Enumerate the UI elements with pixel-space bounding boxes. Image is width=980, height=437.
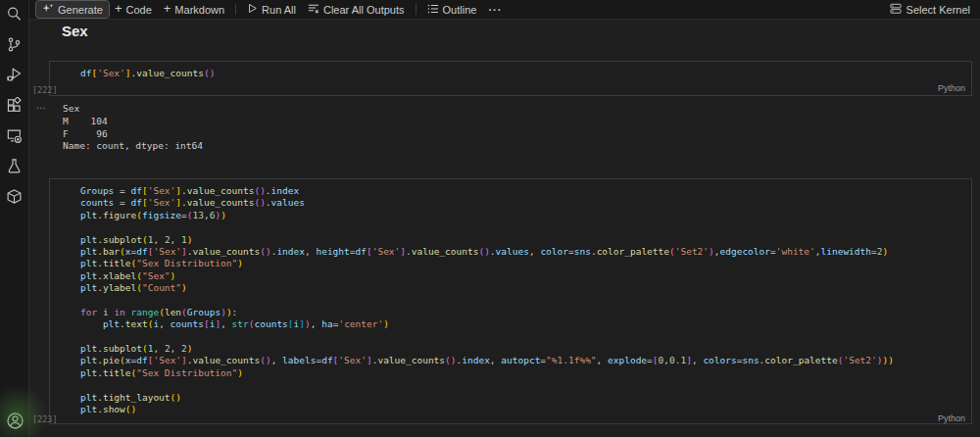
toolbar-separator bbox=[416, 4, 416, 15]
code-editor-2[interactable]: Groups = df['Sex'].value_counts().indexc… bbox=[50, 179, 971, 415]
execution-count-2: [223] bbox=[32, 414, 58, 424]
toolbar-separator bbox=[235, 4, 236, 15]
play-icon bbox=[247, 3, 258, 16]
activity-bar bbox=[0, 0, 29, 437]
code-cell-1: df['Sex'].value_counts() bbox=[49, 61, 972, 96]
more-actions-button[interactable]: ··· bbox=[482, 1, 508, 18]
code-editor-1[interactable]: df['Sex'].value_counts() bbox=[50, 62, 971, 79]
run-all-label: Run All bbox=[262, 4, 296, 16]
add-markdown-label: Markdown bbox=[174, 4, 224, 16]
add-markdown-button[interactable]: + Markdown bbox=[158, 1, 230, 18]
run-all-button[interactable]: Run All bbox=[241, 1, 302, 18]
cell-language-2[interactable]: Python bbox=[938, 413, 965, 423]
plus-icon: + bbox=[115, 4, 122, 14]
generate-label: Generate bbox=[58, 4, 103, 16]
outline-button[interactable]: Outline bbox=[421, 1, 483, 18]
output-collapse-button[interactable]: ... bbox=[36, 100, 46, 111]
source-control-icon[interactable] bbox=[4, 33, 25, 55]
plus-icon: + bbox=[164, 4, 172, 14]
sparkle-icon bbox=[42, 3, 54, 17]
outline-label: Outline bbox=[443, 4, 477, 16]
cell-language-1[interactable]: Python bbox=[938, 83, 965, 93]
kernel-icon bbox=[890, 3, 902, 17]
search-icon[interactable] bbox=[4, 3, 25, 24]
clear-all-icon bbox=[308, 3, 319, 17]
account-area bbox=[0, 410, 29, 431]
outline-list-icon bbox=[427, 3, 439, 17]
test-beaker-icon[interactable] bbox=[4, 155, 25, 176]
cell-output-1: SexM 104F 96Name: count, dtype: int64 bbox=[63, 103, 203, 153]
package-icon[interactable] bbox=[4, 185, 25, 207]
code-cell-2: Groups = df['Sex'].value_counts().indexc… bbox=[49, 178, 972, 424]
add-code-label: Code bbox=[125, 4, 151, 16]
execution-count-1: [222] bbox=[32, 85, 58, 95]
select-kernel-button[interactable]: Select Kernel bbox=[890, 3, 970, 17]
extensions-icon[interactable] bbox=[4, 94, 25, 116]
notebook-toolbar: Generate + Code + Markdown Run All Clear… bbox=[29, 0, 980, 20]
remote-explorer-icon[interactable] bbox=[4, 124, 25, 146]
select-kernel-label: Select Kernel bbox=[906, 4, 970, 16]
generate-button[interactable]: Generate bbox=[36, 1, 109, 18]
markdown-heading: Sex bbox=[62, 23, 88, 39]
add-code-button[interactable]: + Code bbox=[109, 1, 158, 18]
account-icon[interactable] bbox=[4, 410, 25, 431]
run-and-debug-icon[interactable] bbox=[4, 64, 25, 85]
clear-all-outputs-button[interactable]: Clear All Outputs bbox=[302, 1, 411, 18]
clear-all-outputs-label: Clear All Outputs bbox=[323, 4, 405, 16]
